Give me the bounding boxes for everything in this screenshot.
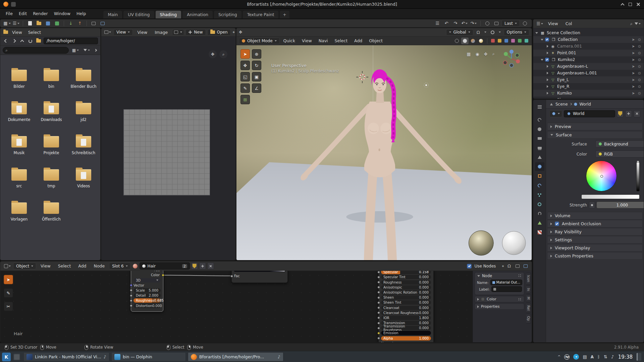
sidebar-tab[interactable]: In	[526, 286, 531, 293]
outliner-row-camera[interactable]: ◉ Camera.001 ➤⊙	[533, 43, 644, 50]
snap-icon[interactable]: Ω	[507, 263, 511, 268]
panel-ambient-occlusion[interactable]: Ambient Occlusion	[547, 220, 643, 228]
color-value-slider[interactable]	[636, 161, 640, 191]
ao-checkbox[interactable]	[555, 222, 559, 226]
folder-item[interactable]: Musik	[4, 136, 34, 169]
color-ramp-node[interactable]: Fac	[231, 271, 288, 283]
viewport-toggle-icon[interactable]	[496, 38, 502, 44]
undo-icon[interactable]: ↶	[442, 20, 450, 27]
collection-checkbox[interactable]	[545, 58, 549, 62]
tab-particles[interactable]	[535, 190, 544, 199]
roughness-field[interactable]: Roughness0.000	[381, 280, 431, 285]
noise-texture-node[interactable]: Fac Color 3D Vector Scale5.000 Detail2.0…	[131, 271, 163, 312]
folder-item[interactable]: Projekte	[37, 136, 66, 169]
keep-above-button[interactable]	[621, 3, 624, 7]
tool-tweak[interactable]: ➤	[4, 275, 13, 284]
file-browser-menu-select[interactable]: Select	[25, 30, 44, 35]
emission-swatch[interactable]: Emission	[381, 331, 431, 335]
collection-checkbox[interactable]	[545, 38, 549, 42]
specular-tint-field[interactable]: Specular Tint0.000	[381, 275, 431, 279]
render-last-button[interactable]: Last	[501, 20, 520, 27]
outliner-search-icon[interactable]: ⌕	[630, 21, 633, 26]
outliner-menu-col[interactable]: Col	[562, 21, 575, 26]
tool-rotate[interactable]: ↻	[252, 61, 261, 70]
folder-item[interactable]: Bilder	[4, 70, 34, 103]
shader-menu-add[interactable]: Add	[75, 263, 89, 268]
detail-field[interactable]: Detail2.000	[133, 293, 161, 298]
fake-user-shield-icon[interactable]	[191, 262, 198, 269]
roughness-field[interactable]: Roughness0.685	[133, 298, 161, 303]
users-count-badge[interactable]: 2	[182, 264, 187, 268]
select-toggle-icon[interactable]: ➤	[632, 64, 635, 69]
proportional-edit-icon[interactable]	[489, 29, 496, 36]
workspace-tab-main[interactable]: Main	[103, 10, 122, 18]
shader-menu-node[interactable]: Node	[91, 263, 108, 268]
new-file-icon[interactable]	[26, 20, 34, 27]
hide-toggle-icon[interactable]: ⊙	[638, 44, 641, 49]
menu-render[interactable]: Render	[30, 11, 51, 16]
viewport-menu-select[interactable]: Select	[332, 38, 351, 43]
path-field[interactable]: /home/holger/	[44, 38, 98, 44]
image-menu-image[interactable]: Image	[152, 30, 171, 35]
shader-type-dropdown[interactable]: Object	[13, 262, 36, 269]
viewport-menu-quick[interactable]: Quick	[280, 38, 298, 43]
redo-icon[interactable]: ↷	[451, 20, 460, 27]
select-toggle-icon[interactable]: ➤	[632, 58, 635, 62]
fac-input-socket[interactable]	[230, 275, 233, 278]
outliner-row-scene-collection[interactable]: ▦ Scene Collection	[533, 29, 644, 36]
folder-item[interactable]: Blender Buch	[69, 70, 98, 103]
principled-bsdf-node[interactable]: Specular0.158 Specular Tint0.000 Roughne…	[378, 271, 434, 342]
toolbar-menu-icon[interactable]: ☰	[12, 20, 20, 27]
fake-user-shield-icon[interactable]	[617, 110, 624, 117]
node-label-field[interactable]	[491, 286, 522, 292]
options-button[interactable]: Options	[504, 29, 529, 36]
select-toggle-icon[interactable]: ➤	[632, 44, 635, 49]
vector-input-socket[interactable]	[130, 284, 132, 287]
render-animation-icon[interactable]	[492, 20, 500, 27]
scale-field[interactable]: Scale5.000	[133, 288, 161, 293]
sheen-field[interactable]: Sheen0.000	[381, 295, 431, 300]
audio-playing-icon[interactable]: ♪	[104, 354, 106, 359]
maximize-button[interactable]	[629, 3, 632, 6]
panel-volume[interactable]: Volume	[547, 212, 643, 220]
panel-ray-visibility[interactable]: Ray Visibility	[547, 228, 643, 236]
folder-item[interactable]: Vorlagen	[4, 202, 34, 236]
shader-menu-view[interactable]: View	[38, 263, 54, 268]
image-browse-button[interactable]	[172, 29, 184, 36]
folder-item[interactable]: bin	[37, 70, 66, 103]
filter-icon[interactable]	[82, 47, 91, 54]
shading-material-icon[interactable]	[469, 38, 477, 44]
panel-custom-properties[interactable]: Custom Properties	[547, 252, 643, 260]
select-toggle-icon[interactable]: ➤	[632, 91, 635, 96]
tool-annotate[interactable]: ✎	[4, 288, 13, 298]
hide-toggle-icon[interactable]: ⊙	[638, 51, 641, 55]
sidebar-tab[interactable]: Rel	[526, 303, 531, 313]
use-nodes-checkbox[interactable]	[467, 264, 472, 268]
outliner-row-plane[interactable]: ▽ Plane	[533, 97, 644, 99]
navigation-gizmo[interactable]	[501, 48, 522, 68]
folder-item[interactable]: tmp	[37, 169, 66, 202]
overlay-toggle-icon[interactable]	[514, 263, 521, 269]
folder-item[interactable]: src	[4, 169, 34, 202]
sidebar-tab[interactable]: Op	[526, 314, 531, 323]
tool-move[interactable]: ✥	[240, 61, 250, 70]
image-new-button[interactable]: New	[185, 29, 206, 36]
network-icon[interactable]: ⇅	[604, 354, 607, 359]
pan-hand-icon[interactable]: ✥	[484, 52, 488, 57]
tab-object[interactable]	[535, 172, 544, 180]
new-folder-icon[interactable]	[35, 38, 42, 44]
collapse-region-icon[interactable]	[93, 47, 98, 54]
hide-toggle-icon[interactable]: ⊙	[638, 58, 641, 62]
tab-view-layer[interactable]	[535, 143, 544, 152]
drag-handle-icon[interactable]	[518, 298, 522, 301]
material-slot-dropdown[interactable]: Slot 6	[109, 262, 130, 269]
display-mode-icon[interactable]: ▦	[71, 47, 80, 54]
hide-toggle-icon[interactable]: ⊙	[638, 71, 641, 75]
volume-icon[interactable]: ♪	[611, 354, 614, 359]
color-subpanel[interactable]: Color	[475, 296, 524, 302]
menu-file[interactable]: File	[3, 11, 16, 16]
menu-help[interactable]: Help	[73, 11, 89, 16]
tab-modifiers[interactable]	[535, 181, 544, 190]
telegram-icon[interactable]: ➤	[573, 354, 579, 360]
outliner-row-collection[interactable]: ❒ Collection ➤⊙	[533, 36, 644, 43]
